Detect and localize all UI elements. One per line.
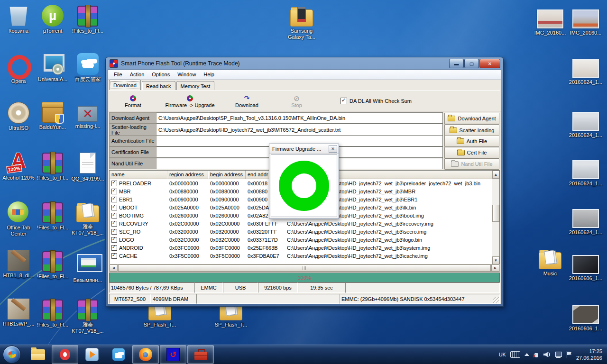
- scrollbar-thumb[interactable]: [118, 264, 491, 272]
- minimize-button[interactable]: ▬: [449, 59, 464, 68]
- keyboard-icon[interactable]: [510, 351, 520, 358]
- row-checkbox-checked[interactable]: [111, 189, 117, 194]
- desktop-icon-kt07-archive[interactable]: 雅泰 KT07_V18_...: [70, 299, 106, 334]
- menu-file[interactable]: File: [110, 71, 126, 78]
- desktop-icon-recycle-bin[interactable]: Корзина: [0, 5, 37, 34]
- desktop-icon-baidu-cloud-app[interactable]: 百度云管家: [70, 53, 106, 82]
- auth-file-button[interactable]: Auth File: [444, 136, 499, 147]
- row-checkbox-checked[interactable]: [111, 245, 117, 251]
- taskbar-firefox-button[interactable]: [132, 345, 159, 364]
- desktop-icon-photo-20160624[interactable]: 20160624_1...: [568, 109, 604, 138]
- row-checkbox-checked[interactable]: [111, 181, 117, 186]
- desktop-icon-rar-archive[interactable]: !Files_to_Fl...: [35, 201, 71, 231]
- row-checkbox-checked[interactable]: [111, 253, 117, 259]
- table-row[interactable]: RECOVERY 0x02C00000 0x02C00000 0x030FEFF…: [110, 219, 492, 228]
- close-button[interactable]: ✕: [479, 59, 500, 68]
- menu-help[interactable]: Help: [200, 71, 218, 78]
- table-row[interactable]: SEC_RO 0x03200000 0x03200000 0x03220FFF …: [110, 228, 492, 236]
- taskbar-toolbox-button[interactable]: [187, 345, 214, 364]
- show-hidden-icons-arrow[interactable]: [524, 353, 529, 356]
- desktop-icon-baiduyun-box[interactable]: BaiduYun...: [35, 102, 71, 130]
- desktop-icon-text-document[interactable]: QQ_349199...: [70, 152, 106, 182]
- firmware-upgrade-button[interactable]: Firmware -> Upgrade: [158, 94, 222, 108]
- da-checksum-checkbox[interactable]: DA DL All With Check Sum: [340, 98, 412, 104]
- desktop-icon-photo-htb1swp[interactable]: HTB1sWP_...: [0, 299, 37, 327]
- taskbar-explorer-button[interactable]: [25, 346, 51, 364]
- download-agent-input[interactable]: C:\Users\Андрей\Desktop\SP_Flash_Tool_v3…: [156, 112, 443, 124]
- title-bar[interactable]: Smart Phone Flash Tool (Runtime Trace Mo…: [106, 57, 503, 69]
- language-indicator[interactable]: UK: [499, 352, 506, 357]
- desktop-icon-alcohol120[interactable]: Alcohol 120%: [0, 152, 37, 181]
- desktop-icon-photo-20160624[interactable]: 20160624_1...: [568, 56, 604, 85]
- desktop-icon-office-tab-center[interactable]: Office Tab Center: [0, 201, 37, 237]
- tab-read-back[interactable]: Read back: [142, 81, 175, 91]
- photo-thumbnail-icon: [8, 250, 29, 271]
- desktop-icon-ultraiso[interactable]: UltraISO: [0, 102, 37, 131]
- scroll-right-arrow-icon[interactable]: ►: [491, 264, 499, 272]
- col-begin-address[interactable]: begin address: [208, 171, 246, 179]
- desktop-icon-universal-installer[interactable]: UniversalA...: [35, 53, 71, 82]
- scatter-file-input[interactable]: C:\Users\Андрей\Desktop\HD_joytech72_wet…: [156, 124, 443, 136]
- dialog-title-bar[interactable]: Firmware Upgrade ... ✕: [269, 144, 339, 154]
- vertical-scrollbar[interactable]: ▲ ▼: [492, 171, 499, 264]
- desktop-icon-samsung-folder[interactable]: Samsung Galaxy Ta...: [284, 6, 320, 40]
- table-row[interactable]: ANDROID 0x03FC0000 0x03FC0000 0x25EF663B…: [110, 244, 492, 252]
- scroll-left-arrow-icon[interactable]: ◄: [110, 264, 118, 272]
- col-region-address[interactable]: region address: [167, 171, 208, 179]
- menu-window[interactable]: Window: [174, 71, 200, 78]
- network-icon[interactable]: [555, 352, 562, 358]
- volume-icon[interactable]: [543, 351, 551, 358]
- tab-memory-test[interactable]: Memory Test: [176, 81, 215, 91]
- cert-file-button[interactable]: Cert File: [444, 147, 499, 158]
- taskbar-baidu-cloud-button[interactable]: [106, 346, 131, 364]
- table-row[interactable]: LOGO 0x032C0000 0x032C0000 0x03371E7D C:…: [110, 236, 492, 244]
- desktop-icon-rar-archive[interactable]: !Files_to_Fl...: [35, 250, 71, 280]
- maximize-button[interactable]: ▢: [464, 59, 479, 68]
- row-checkbox-checked[interactable]: [111, 205, 117, 210]
- row-checkbox-checked[interactable]: [111, 213, 117, 218]
- desktop-icon-screenshot[interactable]: Безымянн...: [70, 250, 106, 283]
- desktop-icon-img-photo[interactable]: IMG_20160...: [532, 7, 568, 36]
- desktop-icon-photo-20160606[interactable]: 20160606_1...: [568, 252, 604, 282]
- stop-button[interactable]: ⊘ Stop: [272, 94, 322, 108]
- desktop-icon-photo-20160606[interactable]: 20160606_1...: [568, 302, 604, 332]
- horizontal-scrollbar[interactable]: ◄ ►: [109, 264, 500, 272]
- power-plug-error-icon[interactable]: [533, 352, 539, 358]
- scrollbar-thumb[interactable]: [492, 205, 499, 222]
- desktop-icon-photo-20160624[interactable]: 20160624_1...: [568, 206, 604, 236]
- desktop-icon-photo-htb1-8[interactable]: HTB1_8_dI...: [0, 250, 37, 279]
- desktop-icon-music-folder[interactable]: Music: [532, 248, 568, 277]
- taskbar-sp-flash-tool-button[interactable]: ↺: [160, 345, 186, 364]
- desktop-icon-img-photo[interactable]: IMG_20160...: [568, 7, 604, 36]
- taskbar-opera-button[interactable]: [52, 345, 78, 364]
- taskbar-media-player-button[interactable]: [79, 346, 105, 364]
- tab-download[interactable]: Download: [109, 80, 141, 91]
- scroll-up-arrow-icon[interactable]: ▲: [492, 171, 499, 179]
- dialog-close-icon[interactable]: ✕: [329, 145, 337, 153]
- row-checkbox-checked[interactable]: [111, 197, 117, 202]
- scroll-down-arrow-icon[interactable]: ▼: [492, 256, 499, 264]
- start-button[interactable]: [3, 346, 21, 364]
- desktop-icon-rar-archive[interactable]: !Files_to_Fl...: [70, 5, 106, 34]
- download-button[interactable]: ↷ Download: [222, 94, 272, 108]
- desktop-icon-rar-archive[interactable]: !Files_to_Fl...: [35, 152, 71, 181]
- menu-options[interactable]: Options: [148, 71, 174, 78]
- menu-action[interactable]: Action: [126, 71, 148, 78]
- row-checkbox-checked[interactable]: [111, 229, 117, 235]
- format-button[interactable]: Format: [108, 94, 158, 108]
- row-checkbox-checked[interactable]: [111, 221, 117, 227]
- desktop-icon-photo-20160624[interactable]: 20160624_1...: [568, 157, 604, 187]
- download-agent-button[interactable]: Download Agent: [444, 113, 499, 124]
- desktop-icon-rar-archive[interactable]: !Files_to_Fl...: [35, 299, 71, 328]
- table-row[interactable]: CACHE 0x3F5C0000 0x3F5C0000 0x3FDBA0E7 C…: [110, 252, 492, 260]
- desktop-icon-missing-image[interactable]: missing-i...: [70, 102, 106, 129]
- action-center-flag-icon[interactable]: [566, 351, 572, 358]
- col-name[interactable]: name: [110, 171, 167, 179]
- region-address: 0x02600000: [167, 211, 208, 219]
- desktop-icon-kt07-folder[interactable]: 雅泰 KT07_V18_...: [70, 201, 106, 236]
- desktop-icon-opera[interactable]: Opera: [0, 53, 37, 84]
- row-checkbox-checked[interactable]: [111, 237, 117, 243]
- resize-grip[interactable]: [493, 297, 499, 303]
- desktop-icon-utorrent[interactable]: µTorrent: [35, 5, 71, 34]
- taskbar-clock[interactable]: 17:25 27.06.2016: [576, 348, 602, 361]
